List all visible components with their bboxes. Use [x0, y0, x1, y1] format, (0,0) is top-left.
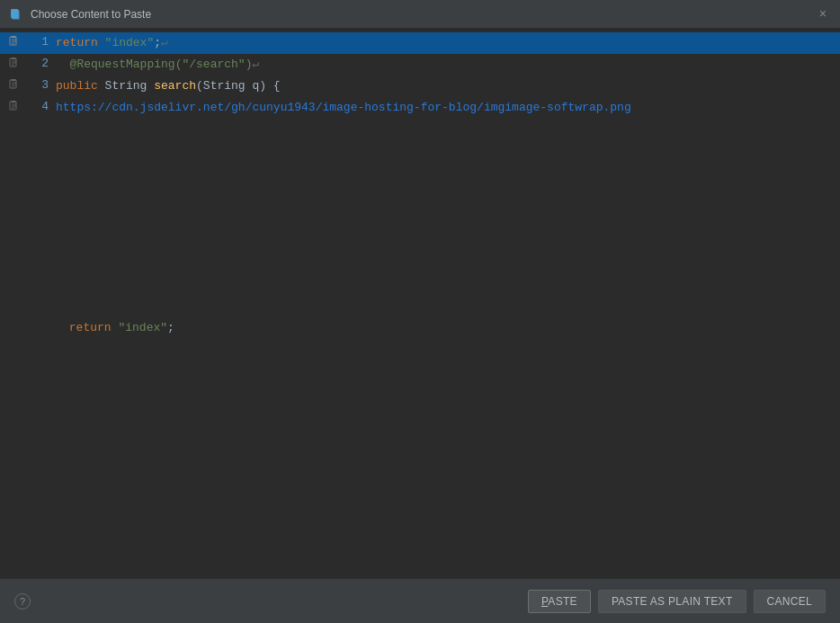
- clipboard-list: 1 return "index";↵ 2 @RequestMapping("/s…: [0, 29, 840, 289]
- clipboard-item-4[interactable]: 4 https://cdn.jsdelivr.net/gh/cunyu1943/…: [0, 97, 840, 119]
- svg-rect-13: [10, 80, 16, 88]
- svg-rect-18: [10, 102, 16, 110]
- item-content-3: public String search(String q) {: [56, 77, 281, 95]
- svg-rect-2: [12, 10, 19, 19]
- item-num-3: 3: [27, 77, 49, 92]
- paste-plain-button[interactable]: PASTE AS PLAIN TEXT: [598, 590, 746, 613]
- svg-rect-8: [10, 58, 16, 67]
- item-content-2: @RequestMapping("/search")↵: [56, 56, 259, 74]
- svg-rect-3: [10, 37, 16, 45]
- clipboard-item-3[interactable]: 3 public String search(String q) {: [0, 76, 840, 97]
- title-bar: Choose Content to Paste ×: [0, 0, 840, 29]
- paste-button[interactable]: PASTE: [528, 590, 591, 613]
- item-icon-4: [7, 99, 22, 113]
- paste-label-rest: ASTE: [548, 595, 577, 608]
- app-icon: [9, 7, 23, 22]
- cancel-button[interactable]: CANCEL: [754, 590, 826, 613]
- preview-area: return "index";: [0, 289, 840, 579]
- item-num-1: 1: [27, 34, 49, 49]
- svg-rect-9: [12, 58, 16, 59]
- clipboard-item-1[interactable]: 1 return "index";↵: [0, 32, 840, 54]
- item-num-2: 2: [27, 56, 49, 70]
- title-bar-left: Choose Content to Paste: [9, 7, 151, 22]
- item-icon-2: [7, 56, 22, 70]
- svg-rect-19: [12, 101, 16, 102]
- preview-content: return "index";: [27, 307, 174, 348]
- svg-rect-4: [12, 36, 16, 38]
- item-icon-1: [7, 34, 22, 49]
- clipboard-item-2[interactable]: 2 @RequestMapping("/search")↵: [0, 54, 840, 76]
- footer-left: ?: [14, 593, 31, 610]
- item-content-4: https://cdn.jsdelivr.net/gh/cunyu1943/im…: [56, 99, 631, 117]
- window-title: Choose Content to Paste: [31, 8, 151, 21]
- close-button[interactable]: ×: [815, 6, 831, 22]
- footer-buttons: PASTE PASTE AS PLAIN TEXT CANCEL: [528, 590, 826, 613]
- content-area: 1 return "index";↵ 2 @RequestMapping("/s…: [0, 29, 840, 578]
- help-button[interactable]: ?: [14, 593, 31, 610]
- footer: ? PASTE PASTE AS PLAIN TEXT CANCEL: [0, 578, 840, 623]
- svg-rect-14: [12, 79, 16, 81]
- item-icon-3: [7, 77, 22, 92]
- item-num-4: 4: [27, 99, 49, 113]
- item-content-1: return "index";↵: [56, 34, 168, 52]
